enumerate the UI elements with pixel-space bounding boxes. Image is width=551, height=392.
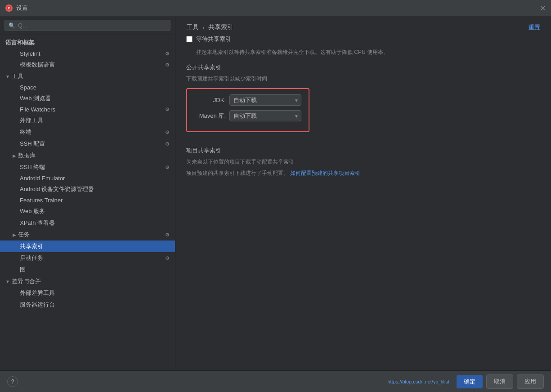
- bottom-url: https://blog.csdn.net/ya_lilist: [387, 379, 449, 384]
- settings-icon6: ⚙: [165, 165, 170, 170]
- wait-checkbox-row: 等待共享索引: [186, 35, 540, 43]
- cancel-button[interactable]: 取消: [486, 374, 513, 389]
- settings-icon5: ⚙: [165, 141, 170, 147]
- sidebar-item-stylelint[interactable]: Stylelint ⚙: [0, 49, 175, 59]
- main-container: 🔍 语言和框架 Stylelint ⚙ 模板数据语言 ⚙ ▼ 工具: [0, 16, 551, 370]
- content-header: 工具 › 共享索引 重置: [175, 16, 551, 35]
- search-input[interactable]: [18, 22, 166, 29]
- search-icon: 🔍: [9, 22, 15, 29]
- public-section-title: 公开共享索引: [186, 63, 540, 71]
- content-body: 等待共享索引 挂起本地索引以等待共享索引准备就绪并完全下载。这有助于降低 CPU…: [175, 35, 551, 370]
- confirm-button[interactable]: 确定: [457, 375, 483, 388]
- search-bar: 🔍: [0, 16, 175, 35]
- sidebar-item-features-trainer[interactable]: Features Trainer: [0, 195, 175, 205]
- content-panel: 工具 › 共享索引 重置 等待共享索引 挂起本地索引以等待共享索引准备就绪并完全…: [175, 16, 551, 370]
- tasks-settings-icon: ⚙: [165, 232, 170, 238]
- wait-checkbox-desc: 挂起本地索引以等待共享索引准备就绪并完全下载。这有助于降低 CPU 使用率。: [186, 49, 540, 56]
- titlebar: P 设置 ✕: [0, 0, 551, 16]
- sidebar-item-xpath[interactable]: XPath 查看器: [0, 217, 175, 229]
- maven-label: Maven 库:: [194, 112, 226, 120]
- app-icon: P: [5, 4, 13, 12]
- sidebar-item-web-browser[interactable]: Web 浏览器: [0, 93, 175, 104]
- project-section-title: 项目共享索引: [186, 147, 540, 155]
- group-database[interactable]: ▶ 数据库: [0, 150, 175, 161]
- maven-row: Maven 库: 自动下载 ▼: [194, 110, 301, 121]
- help-button[interactable]: ?: [7, 376, 18, 387]
- jdk-select[interactable]: 自动下载: [229, 94, 301, 106]
- reset-link[interactable]: 重置: [529, 23, 540, 31]
- close-button[interactable]: ✕: [540, 4, 546, 12]
- project-config-link[interactable]: 如何配置预建的共享项目索引: [290, 170, 360, 176]
- jdk-label: JDK:: [194, 97, 226, 103]
- bottom-bar: ? https://blog.csdn.net/ya_lilist 确定 取消 …: [0, 370, 551, 392]
- sidebar-item-ssh-terminal[interactable]: SSH 终端 ⚙: [0, 161, 175, 173]
- settings-icon: ⚙: [165, 51, 170, 57]
- sidebar-item-terminal[interactable]: 终端 ⚙: [0, 126, 175, 138]
- project-section-desc: 为来自以下位置的项目下载手动配置共享索引: [186, 158, 540, 166]
- maven-select[interactable]: 自动下载: [229, 110, 301, 121]
- sidebar-item-external-diff[interactable]: 外部差异工具: [0, 287, 175, 299]
- breadcrumb-root: 工具: [186, 23, 199, 31]
- sidebar-item-web-services[interactable]: Web 服务: [0, 205, 175, 217]
- breadcrumb-current: 共享索引: [208, 23, 233, 31]
- tools-arrow: ▼: [5, 74, 10, 79]
- sidebar-item-file-watchers[interactable]: File Watchers ⚙: [0, 104, 175, 115]
- sidebar-item-shared-index[interactable]: 共享索引: [0, 241, 175, 252]
- diff-arrow: ▼: [5, 279, 10, 284]
- tasks-arrow: ▶: [13, 232, 16, 237]
- database-arrow: ▶: [13, 153, 16, 158]
- sidebar-item-android-device[interactable]: Android 设备文件资源管理器: [0, 183, 175, 195]
- sidebar-item-space[interactable]: Space: [0, 82, 175, 93]
- search-wrapper[interactable]: 🔍: [4, 20, 170, 31]
- breadcrumb: 工具 › 共享索引: [186, 23, 233, 31]
- sidebar-item-template-lang[interactable]: 模板数据语言 ⚙: [0, 59, 175, 71]
- svg-text:P: P: [8, 6, 10, 10]
- settings-icon7: ⚙: [165, 255, 170, 261]
- sidebar-item-ssh-config[interactable]: SSH 配置 ⚙: [0, 138, 175, 150]
- sidebar: 🔍 语言和框架 Stylelint ⚙ 模板数据语言 ⚙ ▼ 工具: [0, 16, 175, 370]
- group-tasks[interactable]: ▶ 任务 ⚙: [0, 229, 175, 241]
- sidebar-item-startup-tasks[interactable]: 启动任务 ⚙: [0, 252, 175, 264]
- breadcrumb-separator: ›: [202, 24, 205, 31]
- jdk-select-wrapper: 自动下载 ▼: [229, 94, 301, 106]
- apply-button[interactable]: 应用: [517, 374, 544, 389]
- window-title: 设置: [16, 4, 28, 12]
- group-diff-merge[interactable]: ▼ 差异与合并: [0, 276, 175, 287]
- wait-checkbox[interactable]: [186, 36, 193, 42]
- group-tools[interactable]: ▼ 工具: [0, 71, 175, 82]
- settings-icon3: ⚙: [165, 107, 170, 112]
- maven-select-wrapper: 自动下载 ▼: [229, 110, 301, 121]
- section-language-framework: 语言和框架: [0, 37, 175, 49]
- sidebar-item-graph[interactable]: 图: [0, 264, 175, 276]
- sidebar-nav: 语言和框架 Stylelint ⚙ 模板数据语言 ⚙ ▼ 工具 Space We…: [0, 35, 175, 370]
- wait-checkbox-label: 等待共享索引: [196, 35, 231, 43]
- settings-icon2: ⚙: [165, 62, 170, 68]
- jdk-row: JDK: 自动下载 ▼: [194, 94, 301, 106]
- project-section-note: 项目预建的共享索引下载进行了手动配置。 如何配置预建的共享项目索引: [186, 169, 540, 177]
- index-config-box: JDK: 自动下载 ▼ Maven 库: 自动下载 ▼: [186, 88, 309, 132]
- sidebar-item-android-emulator[interactable]: Android Emulator: [0, 173, 175, 183]
- public-section-desc: 下载预建共享索引以减少索引时间: [186, 75, 540, 83]
- sidebar-item-external-tools[interactable]: 外部工具: [0, 115, 175, 126]
- settings-icon4: ⚙: [165, 129, 170, 135]
- sidebar-item-server-console[interactable]: 服务器运行台: [0, 299, 175, 311]
